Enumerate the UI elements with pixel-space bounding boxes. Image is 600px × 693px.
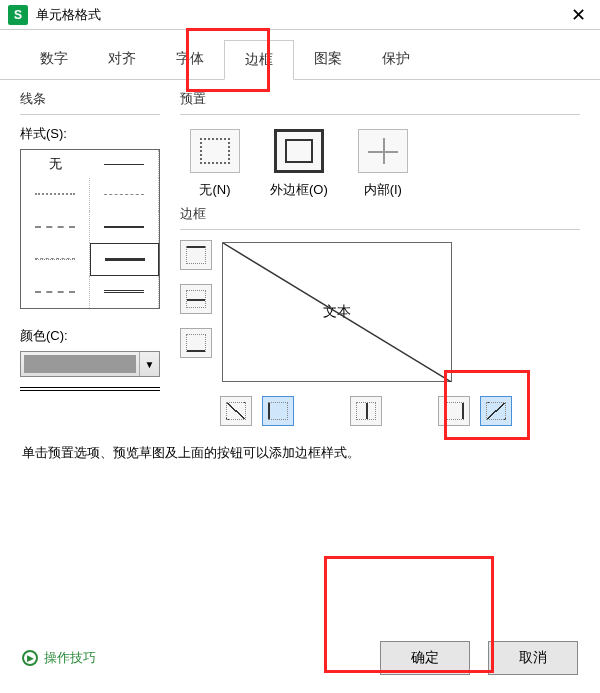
preset-outline-label: 外边框(O): [270, 182, 328, 197]
style-option[interactable]: [90, 211, 159, 244]
svg-line-0: [223, 243, 451, 382]
divider: [180, 229, 580, 230]
preset-inside-label: 内部(I): [364, 182, 402, 197]
border-right-button[interactable]: [438, 396, 470, 426]
preset-none[interactable]: 无(N): [190, 129, 240, 199]
color-label: 颜色(C):: [20, 327, 160, 345]
style-option[interactable]: [90, 243, 159, 276]
line-style-picker[interactable]: 无: [20, 149, 160, 309]
play-icon: ▶: [22, 650, 38, 666]
close-icon[interactable]: ✕: [565, 4, 592, 26]
style-label: 样式(S):: [20, 125, 160, 143]
tab-font[interactable]: 字体: [156, 40, 224, 79]
tab-protect[interactable]: 保护: [362, 40, 430, 79]
preset-none-label: 无(N): [199, 182, 230, 197]
divider: [180, 114, 580, 115]
tab-align[interactable]: 对齐: [88, 40, 156, 79]
tab-pattern[interactable]: 图案: [294, 40, 362, 79]
tips-label: 操作技巧: [44, 649, 96, 667]
border-left-button[interactable]: [262, 396, 294, 426]
border-section-label: 边框: [180, 205, 580, 223]
style-none[interactable]: 无: [21, 150, 90, 178]
tab-border[interactable]: 边框: [224, 40, 294, 80]
app-icon: S: [8, 5, 28, 25]
tips-link[interactable]: ▶ 操作技巧: [22, 649, 96, 667]
chevron-down-icon: ▼: [139, 352, 159, 376]
divider: [20, 114, 160, 115]
preset-inside[interactable]: 内部(I): [358, 129, 408, 199]
color-dropdown[interactable]: ▼: [20, 351, 160, 377]
hint-text: 单击预置选项、预览草图及上面的按钮可以添加边框样式。: [22, 444, 600, 462]
style-option[interactable]: [21, 211, 90, 244]
tab-number[interactable]: 数字: [20, 40, 88, 79]
preset-outline[interactable]: 外边框(O): [270, 129, 328, 199]
cancel-button[interactable]: 取消: [488, 641, 578, 675]
preset-section-label: 预置: [180, 90, 580, 108]
border-hmid-button[interactable]: [180, 284, 212, 314]
border-vmid-button[interactable]: [350, 396, 382, 426]
divider: [20, 387, 160, 391]
style-option[interactable]: [90, 178, 159, 211]
titlebar: S 单元格格式 ✕: [0, 0, 600, 30]
ok-button[interactable]: 确定: [380, 641, 470, 675]
border-top-button[interactable]: [180, 240, 212, 270]
style-option[interactable]: [21, 276, 90, 309]
border-bottom-button[interactable]: [180, 328, 212, 358]
border-preview[interactable]: 文本: [222, 242, 452, 382]
style-option[interactable]: [21, 243, 90, 276]
border-diag-up-button[interactable]: [220, 396, 252, 426]
tab-bar: 数字 对齐 字体 边框 图案 保护: [0, 40, 600, 80]
style-option[interactable]: [21, 178, 90, 211]
dialog-title: 单元格格式: [36, 6, 565, 24]
style-option[interactable]: [90, 276, 159, 309]
border-diag-down-button[interactable]: [480, 396, 512, 426]
line-section-label: 线条: [20, 90, 160, 108]
style-option[interactable]: [90, 150, 159, 178]
color-swatch: [24, 355, 136, 373]
